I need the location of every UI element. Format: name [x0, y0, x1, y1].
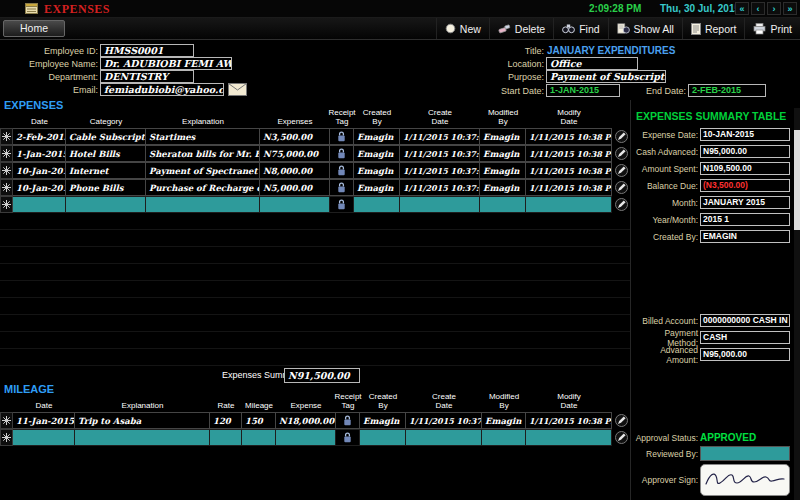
field-value[interactable]: 2015 1 — [700, 213, 790, 226]
column-header[interactable]: Created By — [354, 112, 400, 128]
scrollbar-thumb[interactable] — [794, 130, 800, 230]
employee-name-value[interactable]: Dr. ADUBIOBI FEMI AWE — [100, 57, 232, 70]
field-value[interactable]: N95,000.00 — [700, 145, 790, 158]
nav-prev-button[interactable]: ‹ — [751, 2, 765, 15]
row-selector[interactable] — [0, 128, 13, 145]
table-cell[interactable] — [242, 429, 276, 446]
expenses-summary-value[interactable]: N91,500.00 — [284, 368, 360, 383]
table-cell[interactable]: Internet — [66, 162, 146, 179]
row-selector[interactable] — [0, 145, 13, 162]
table-cell[interactable]: 1/11/2015 10:38 PM — [526, 179, 612, 196]
vertical-scrollbar[interactable] — [794, 108, 800, 500]
column-header[interactable]: Created By — [360, 396, 406, 412]
table-cell[interactable]: N8,000.00 — [260, 162, 330, 179]
column-header[interactable]: Expense — [276, 396, 336, 412]
report-button[interactable]: Report — [682, 18, 745, 39]
table-cell[interactable] — [480, 196, 526, 213]
table-cell[interactable]: Sheraton bills for Mr. Biju — [146, 145, 260, 162]
receipt-tag-cell[interactable] — [336, 429, 360, 446]
receipt-tag-cell[interactable] — [330, 162, 354, 179]
title-value[interactable]: JANUARY EXPENDITURES — [547, 45, 675, 56]
table-cell[interactable] — [354, 196, 400, 213]
table-cell[interactable] — [360, 429, 406, 446]
column-header[interactable]: Modify Date — [526, 396, 612, 412]
table-cell[interactable] — [482, 429, 526, 446]
table-cell[interactable]: 1/11/2015 10:38 PM — [526, 128, 612, 145]
table-cell[interactable]: Emagin — [480, 128, 526, 145]
row-selector[interactable] — [0, 179, 13, 196]
find-button[interactable]: Find — [553, 18, 607, 39]
print-button[interactable]: Print — [744, 18, 800, 39]
table-cell[interactable]: Emagin — [354, 179, 400, 196]
table-cell[interactable]: 10-Jan-2015 — [13, 179, 66, 196]
table-cell[interactable]: Phone Bills — [66, 179, 146, 196]
table-cell[interactable] — [13, 429, 75, 446]
column-header[interactable]: Modified By — [480, 112, 526, 128]
table-cell[interactable]: Purchase of Recharge card for the — [146, 179, 260, 196]
column-header[interactable]: Create Date — [400, 112, 480, 128]
table-cell[interactable]: 150 — [242, 412, 276, 429]
table-cell[interactable] — [276, 429, 336, 446]
table-cell[interactable]: Payment of Spectranet Subscription — [146, 162, 260, 179]
field-value[interactable]: N109,500.00 — [700, 162, 790, 175]
column-header[interactable]: Explanation — [75, 396, 210, 412]
table-cell[interactable] — [146, 196, 260, 213]
table-cell[interactable] — [526, 196, 612, 213]
field-value[interactable]: 0000000000 CASH IN — [700, 314, 790, 327]
new-button[interactable]: New — [436, 18, 489, 39]
reviewed-by-input[interactable] — [700, 446, 790, 461]
end-date-value[interactable]: 2-FEB-2015 — [688, 84, 766, 97]
receipt-tag-cell[interactable] — [330, 128, 354, 145]
receipt-tag-cell[interactable] — [330, 196, 354, 213]
edit-record-button[interactable] — [615, 164, 628, 177]
table-cell[interactable]: 1/11/2015 10:37:17 — [400, 128, 480, 145]
table-cell[interactable] — [526, 429, 612, 446]
receipt-tag-cell[interactable] — [336, 412, 360, 429]
table-cell[interactable]: 1/11/2015 10:38 PM — [526, 412, 612, 429]
column-header[interactable]: Expenses — [260, 112, 330, 128]
table-cell[interactable] — [13, 196, 66, 213]
table-cell[interactable] — [75, 429, 210, 446]
edit-record-button[interactable] — [615, 181, 628, 194]
location-value[interactable]: Office — [546, 57, 638, 70]
department-value[interactable]: DENTISTRY — [100, 70, 194, 83]
table-cell[interactable]: 11-Jan-2015 — [13, 412, 75, 429]
table-cell[interactable]: Trip to Asaba — [75, 412, 210, 429]
column-header[interactable]: Receipt Tag — [336, 396, 360, 412]
start-date-value[interactable]: 1-JAN-2015 — [546, 84, 620, 97]
table-cell[interactable] — [210, 429, 242, 446]
table-cell[interactable]: 1/11/2015 10:37:17 — [400, 162, 480, 179]
column-header[interactable]: Receipt Tag — [330, 112, 354, 128]
column-header[interactable]: Date — [13, 396, 75, 412]
column-header[interactable]: Modified By — [482, 396, 526, 412]
row-selector[interactable] — [0, 412, 13, 429]
column-header[interactable]: Create Date — [406, 396, 482, 412]
receipt-tag-cell[interactable] — [330, 145, 354, 162]
row-selector[interactable] — [0, 162, 13, 179]
table-cell[interactable]: Emagin — [354, 162, 400, 179]
table-cell[interactable]: Emagin — [480, 179, 526, 196]
table-cell[interactable]: 2-Feb-2015 — [13, 128, 66, 145]
email-value[interactable]: femiadubiobi@yahoo.co.uk — [100, 83, 224, 96]
home-button[interactable]: Home — [3, 20, 65, 37]
edit-record-button[interactable] — [615, 414, 628, 427]
new-record-row[interactable] — [0, 196, 630, 213]
table-cell[interactable]: Startimes — [146, 128, 260, 145]
field-value[interactable]: N95,000.00 — [700, 348, 790, 361]
table-cell[interactable] — [406, 429, 482, 446]
table-cell[interactable]: 1/11/2015 10:38 PM — [526, 162, 612, 179]
new-record-row[interactable] — [0, 429, 630, 446]
table-cell[interactable]: Hotel Bills — [66, 145, 146, 162]
table-cell[interactable] — [66, 196, 146, 213]
field-value[interactable]: JANUARY 2015 — [700, 196, 790, 209]
table-cell[interactable]: Emagin — [480, 162, 526, 179]
show-all-button[interactable]: Show All — [608, 18, 682, 39]
table-cell[interactable]: Emagin — [482, 412, 526, 429]
edit-record-button[interactable] — [615, 431, 628, 444]
column-header[interactable]: Modify Date — [526, 112, 612, 128]
nav-first-button[interactable]: « — [735, 2, 749, 15]
edit-record-button[interactable] — [615, 147, 628, 160]
table-cell[interactable]: Emagin — [354, 128, 400, 145]
column-header[interactable]: Rate — [210, 396, 242, 412]
table-cell[interactable] — [400, 196, 480, 213]
